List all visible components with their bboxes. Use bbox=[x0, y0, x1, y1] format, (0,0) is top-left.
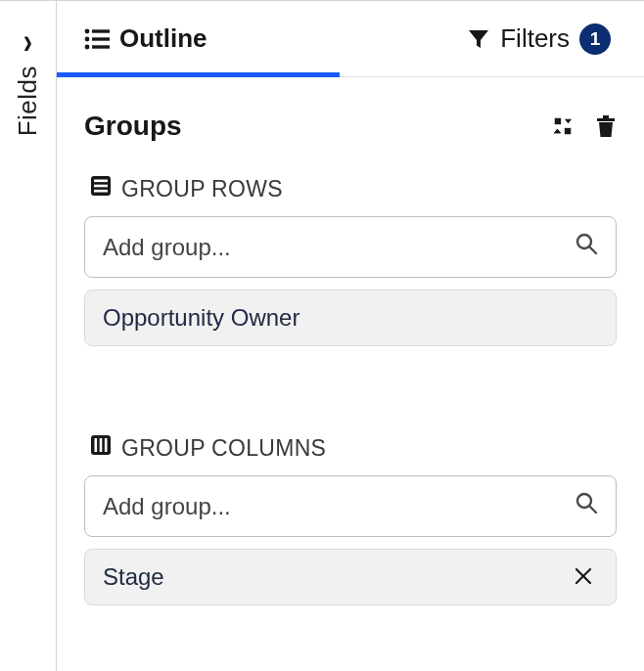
tab-filters[interactable]: Filters 1 bbox=[340, 1, 617, 76]
report-builder-panel: › Fields Outline bbox=[0, 0, 644, 671]
group-rows-input[interactable] bbox=[103, 234, 575, 261]
group-columns-label: GROUP COLUMNS bbox=[121, 435, 326, 462]
swap-groups-button[interactable] bbox=[552, 115, 574, 137]
group-rows-label-row: GROUP ROWS bbox=[90, 175, 617, 202]
svg-rect-6 bbox=[555, 118, 561, 124]
group-rows-search[interactable] bbox=[84, 216, 617, 278]
outline-content: Groups bbox=[57, 77, 644, 605]
svg-line-21 bbox=[590, 507, 597, 514]
group-column-pill[interactable]: Stage bbox=[84, 549, 617, 605]
svg-rect-1 bbox=[92, 29, 110, 32]
group-column-pill-label: Stage bbox=[103, 563, 164, 591]
svg-rect-8 bbox=[597, 118, 615, 121]
svg-rect-18 bbox=[100, 438, 103, 452]
tab-outline-label: Outline bbox=[119, 23, 207, 54]
svg-point-4 bbox=[85, 44, 90, 49]
outline-panel: Outline Filters 1 Groups bbox=[57, 1, 644, 671]
svg-rect-5 bbox=[92, 45, 110, 48]
columns-icon bbox=[90, 434, 112, 462]
groups-title: Groups bbox=[84, 111, 182, 142]
group-rows-label: GROUP ROWS bbox=[121, 176, 283, 202]
group-columns-search[interactable] bbox=[84, 475, 617, 537]
tab-filters-label: Filters bbox=[500, 23, 570, 54]
remove-group-column-button[interactable] bbox=[569, 561, 598, 593]
svg-rect-3 bbox=[92, 37, 110, 40]
svg-line-15 bbox=[590, 247, 597, 254]
tab-outline[interactable]: Outline bbox=[84, 1, 340, 76]
groups-header: Groups bbox=[84, 111, 617, 142]
filters-count-badge: 1 bbox=[579, 23, 611, 55]
fields-sidebar-collapsed[interactable]: › Fields bbox=[0, 1, 57, 671]
svg-point-0 bbox=[85, 28, 90, 33]
svg-rect-9 bbox=[603, 115, 609, 118]
groups-actions bbox=[552, 114, 617, 138]
fields-sidebar-label: Fields bbox=[13, 66, 43, 136]
delete-groups-button[interactable] bbox=[595, 114, 617, 138]
chevron-right-icon: › bbox=[23, 24, 32, 60]
svg-rect-17 bbox=[95, 438, 98, 452]
svg-rect-7 bbox=[565, 128, 571, 134]
group-row-pill[interactable]: Opportunity Owner bbox=[84, 290, 617, 346]
svg-rect-13 bbox=[94, 190, 108, 193]
svg-rect-11 bbox=[94, 180, 108, 183]
search-icon bbox=[575, 232, 598, 262]
outline-list-icon bbox=[84, 27, 110, 51]
svg-rect-19 bbox=[105, 438, 108, 452]
group-columns-label-row: GROUP COLUMNS bbox=[90, 434, 617, 462]
svg-point-2 bbox=[85, 36, 90, 41]
filter-funnel-icon bbox=[467, 27, 490, 51]
svg-rect-12 bbox=[94, 185, 108, 188]
group-columns-input[interactable] bbox=[103, 493, 575, 520]
rows-icon bbox=[90, 175, 112, 202]
search-icon bbox=[575, 491, 598, 521]
group-row-pill-label: Opportunity Owner bbox=[103, 304, 299, 332]
panel-tabs: Outline Filters 1 bbox=[57, 1, 644, 77]
